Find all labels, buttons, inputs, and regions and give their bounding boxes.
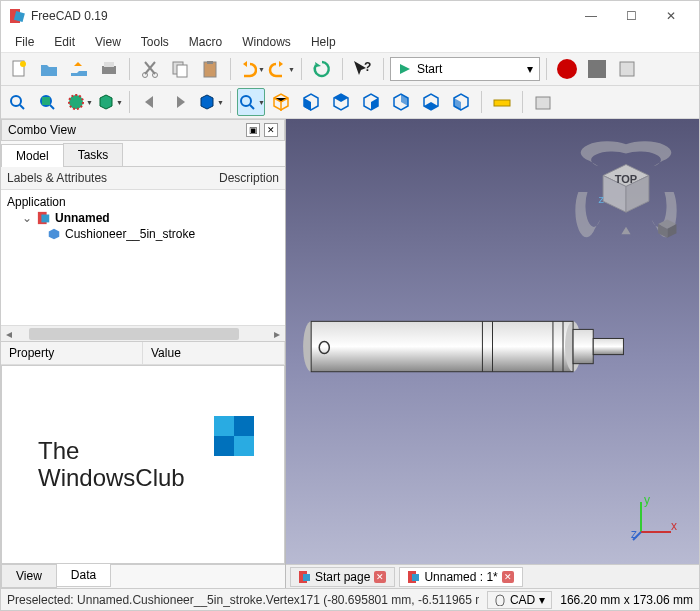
view-top-button[interactable] bbox=[327, 88, 355, 116]
menu-file[interactable]: File bbox=[5, 33, 44, 51]
isometric-button[interactable]: ▼ bbox=[237, 88, 265, 116]
doc-tab-unnamed[interactable]: Unnamed : 1* ✕ bbox=[399, 567, 522, 587]
menu-tools[interactable]: Tools bbox=[131, 33, 179, 51]
menu-edit[interactable]: Edit bbox=[44, 33, 85, 51]
svg-rect-31 bbox=[311, 321, 573, 371]
part-button[interactable] bbox=[529, 88, 557, 116]
panel-close-button[interactable]: ✕ bbox=[264, 123, 278, 137]
prop-col-property: Property bbox=[1, 342, 143, 364]
combo-title: Combo View bbox=[8, 123, 76, 137]
scroll-thumb[interactable] bbox=[29, 328, 239, 340]
menu-macro[interactable]: Macro bbox=[179, 33, 232, 51]
maximize-button[interactable]: ☐ bbox=[611, 1, 651, 31]
chevron-down-icon: ▾ bbox=[539, 593, 545, 607]
panel-float-button[interactable]: ▣ bbox=[246, 123, 260, 137]
toolbar-view: ▼ ▼ ▼ ▼ bbox=[1, 86, 699, 119]
macro-stop-button[interactable] bbox=[583, 55, 611, 83]
tab-model[interactable]: Model bbox=[1, 144, 64, 167]
document-icon bbox=[37, 211, 51, 225]
paste-button[interactable] bbox=[196, 55, 224, 83]
status-dimensions: 166.20 mm x 173.06 mm bbox=[560, 593, 693, 607]
whatsthis-button[interactable]: ? bbox=[349, 55, 377, 83]
view-left-button[interactable] bbox=[447, 88, 475, 116]
save-button[interactable] bbox=[65, 55, 93, 83]
tree-document[interactable]: ⌄ Unnamed bbox=[7, 210, 279, 226]
view-bottom-button[interactable] bbox=[417, 88, 445, 116]
svg-rect-51 bbox=[496, 595, 504, 606]
draw-style-button[interactable]: ▼ bbox=[65, 88, 93, 116]
close-tab-icon[interactable]: ✕ bbox=[502, 571, 514, 583]
view-right-button[interactable] bbox=[357, 88, 385, 116]
tree-hscroll[interactable]: ◂ ▸ bbox=[1, 325, 285, 341]
tab-data[interactable]: Data bbox=[56, 564, 111, 587]
mouse-icon bbox=[494, 594, 506, 606]
redo-button[interactable]: ▼ bbox=[267, 55, 295, 83]
svg-rect-16 bbox=[42, 97, 50, 105]
view-iso-button[interactable] bbox=[267, 88, 295, 116]
svg-rect-26 bbox=[214, 436, 234, 456]
status-nav-mode[interactable]: CAD▾ bbox=[487, 591, 552, 609]
workbench-selector[interactable]: Start ▾ bbox=[390, 57, 540, 81]
svg-rect-4 bbox=[102, 66, 116, 74]
app-small-icon bbox=[299, 571, 311, 583]
nav-right-button[interactable] bbox=[166, 88, 194, 116]
measure-button[interactable] bbox=[488, 88, 516, 116]
svg-point-19 bbox=[241, 96, 251, 106]
copy-button[interactable] bbox=[166, 55, 194, 83]
menu-bar: File Edit View Tools Macro Windows Help bbox=[1, 31, 699, 53]
svg-text:y: y bbox=[644, 493, 650, 507]
cut-button[interactable] bbox=[136, 55, 164, 83]
undo-button[interactable]: ▼ bbox=[237, 55, 265, 83]
svg-rect-48 bbox=[303, 574, 310, 581]
doc-tab-start[interactable]: Start page ✕ bbox=[290, 567, 395, 587]
status-preselect: Preselected: Unnamed.Cushioneer__5in_str… bbox=[7, 593, 479, 607]
svg-rect-40 bbox=[593, 338, 623, 354]
link-nav-button[interactable]: ▼ bbox=[196, 88, 224, 116]
macro-list-button[interactable] bbox=[613, 55, 641, 83]
svg-rect-25 bbox=[234, 416, 254, 436]
tree-header-labels: Labels & Attributes bbox=[7, 171, 107, 185]
open-file-button[interactable] bbox=[35, 55, 63, 83]
document-tabs: Start page ✕ Unnamed : 1* ✕ bbox=[286, 564, 699, 588]
menu-help[interactable]: Help bbox=[301, 33, 346, 51]
svg-rect-24 bbox=[214, 416, 234, 436]
property-body: The WindowsClub bbox=[1, 365, 285, 564]
print-button[interactable] bbox=[95, 55, 123, 83]
svg-rect-27 bbox=[234, 436, 254, 456]
tree-root[interactable]: Application bbox=[7, 194, 279, 210]
view-front-button[interactable] bbox=[297, 88, 325, 116]
close-tab-icon[interactable]: ✕ bbox=[374, 571, 386, 583]
svg-rect-39 bbox=[573, 329, 593, 363]
status-bar: Preselected: Unnamed.Cushioneer__5in_str… bbox=[1, 588, 699, 610]
title-bar: FreeCAD 0.19 — ☐ ✕ bbox=[1, 1, 699, 31]
tree-item[interactable]: Cushioneer__5in_stroke bbox=[7, 226, 279, 242]
tab-view[interactable]: View bbox=[1, 565, 57, 588]
app-icon bbox=[9, 8, 25, 24]
app-small-icon bbox=[408, 571, 420, 583]
watermark-line1: The bbox=[38, 438, 185, 464]
watermark-logo-icon bbox=[214, 416, 254, 456]
fit-all-button[interactable] bbox=[5, 88, 33, 116]
svg-point-3 bbox=[20, 61, 26, 67]
tab-tasks[interactable]: Tasks bbox=[63, 143, 124, 166]
nav-left-button[interactable] bbox=[136, 88, 164, 116]
minimize-button[interactable]: — bbox=[571, 1, 611, 31]
view-rear-button[interactable] bbox=[387, 88, 415, 116]
scroll-left-icon[interactable]: ◂ bbox=[1, 326, 17, 342]
scroll-right-icon[interactable]: ▸ bbox=[269, 326, 285, 342]
menu-view[interactable]: View bbox=[85, 33, 131, 51]
close-button[interactable]: ✕ bbox=[651, 1, 691, 31]
watermark-line2: WindowsClub bbox=[38, 465, 185, 491]
new-file-button[interactable] bbox=[5, 55, 33, 83]
fit-selection-button[interactable] bbox=[35, 88, 63, 116]
expander-icon[interactable]: ⌄ bbox=[21, 211, 33, 225]
menu-windows[interactable]: Windows bbox=[232, 33, 301, 51]
macro-record-button[interactable] bbox=[553, 55, 581, 83]
workbench-label: Start bbox=[417, 62, 442, 76]
property-tabs: View Data bbox=[1, 564, 285, 588]
refresh-button[interactable] bbox=[308, 55, 336, 83]
3d-viewport[interactable]: TOP z bbox=[286, 119, 699, 564]
svg-text:?: ? bbox=[364, 60, 371, 74]
svg-rect-50 bbox=[412, 574, 419, 581]
bounding-box-button[interactable]: ▼ bbox=[95, 88, 123, 116]
